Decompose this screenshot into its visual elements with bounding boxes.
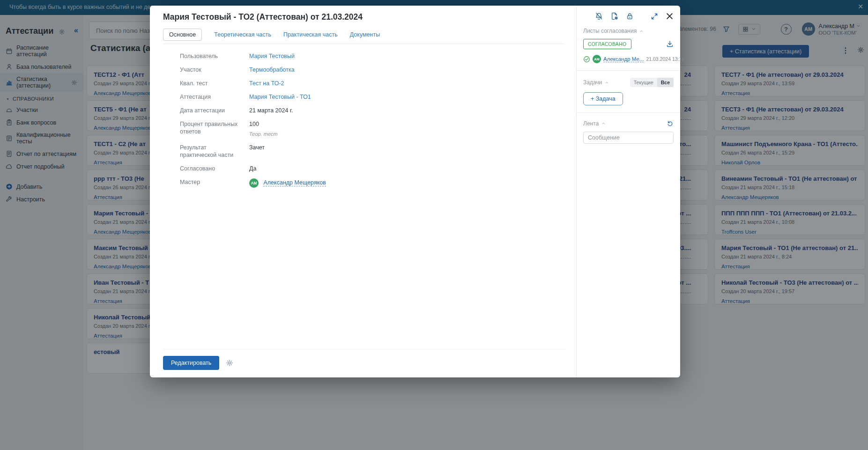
chevron-up-icon — [601, 121, 606, 125]
modal-header-icons — [583, 12, 674, 20]
modal-title: Мария Тестовый - ТО2 (Аттестован) от 21.… — [163, 12, 565, 22]
attestation-detail-modal: Мария Тестовый - ТО2 (Аттестован) от 21.… — [150, 6, 680, 377]
close-icon[interactable] — [666, 12, 674, 20]
approval-status-row: СОГЛАСОВАНО — [583, 39, 674, 49]
edit-button[interactable]: Редактировать — [163, 356, 219, 370]
divider — [577, 70, 680, 71]
chevron-up-icon — [639, 29, 644, 33]
modal-fields: Пользователь Мария Тестовый Участок Терм… — [163, 44, 565, 349]
tasks-filter-current[interactable]: Текущие — [630, 78, 657, 87]
field-practical-result: Результат практической части Зачет — [180, 144, 565, 159]
modal-tabs: Основное Теоретическая часть Практическа… — [163, 29, 565, 44]
feed-header[interactable]: Лента — [583, 120, 674, 127]
modal-main: Мария Тестовый - ТО2 (Аттестован) от 21.… — [150, 6, 576, 377]
approver-link[interactable]: Александр Ме... — [603, 56, 644, 62]
tab-main[interactable]: Основное — [163, 29, 202, 41]
approver-row: AM Александр Ме... 21.03.2024 13:16 — [583, 55, 674, 63]
field-attestation: Аттестация Мария Тестовый - ТО1 — [180, 93, 565, 101]
tasks-header[interactable]: Задачи Текущие Все — [583, 78, 674, 87]
refresh-icon[interactable] — [667, 120, 674, 127]
tasks-filter-all[interactable]: Все — [657, 78, 674, 87]
approval-sheets-header[interactable]: Листы согласования — [583, 28, 674, 34]
message-input[interactable] — [583, 132, 674, 144]
qual-test-link[interactable]: Тест на ТО-2 — [249, 80, 284, 87]
tasks-filter-toggle: Текущие Все — [630, 78, 674, 87]
field-section: Участок Термообработка — [180, 66, 565, 74]
tab-documents[interactable]: Документы — [350, 31, 380, 38]
avatar: AM — [249, 178, 259, 188]
avatar: AM — [593, 55, 601, 63]
field-user: Пользователь Мария Тестовый — [180, 52, 565, 60]
tab-theoretical[interactable]: Теоретическая часть — [214, 31, 271, 38]
field-percent: Процент правильных ответов 100 Теор. тес… — [180, 120, 565, 138]
add-task-button[interactable]: + Задача — [583, 92, 623, 105]
attestation-link[interactable]: Мария Тестовый - ТО1 — [249, 93, 311, 101]
document-settings-icon[interactable] — [610, 12, 618, 20]
modal-side-panel: Листы согласования СОГЛАСОВАНО AM Алекса… — [576, 6, 680, 377]
field-qual-test: Квал. тест Тест на ТО-2 — [180, 80, 565, 87]
user-link[interactable]: Мария Тестовый — [249, 52, 295, 60]
gear-icon[interactable] — [226, 359, 233, 367]
status-badge: СОГЛАСОВАНО — [583, 39, 631, 49]
percent-note: Теор. тест — [249, 130, 278, 138]
download-icon[interactable] — [666, 40, 674, 48]
section-link[interactable]: Термообработка — [249, 66, 295, 74]
field-approved: Согласовано Да — [180, 165, 565, 172]
field-master: Мастер AM Александр Мещеряков — [180, 178, 565, 188]
check-circle-icon — [583, 56, 590, 63]
lock-icon[interactable] — [626, 12, 634, 20]
mute-notifications-icon[interactable] — [595, 12, 603, 20]
divider — [577, 112, 680, 113]
tab-practical[interactable]: Практическая часть — [283, 31, 338, 38]
expand-icon[interactable] — [651, 13, 658, 20]
chevron-up-icon — [605, 81, 609, 85]
field-date: Дата аттестации 21 марта 2024 г. — [180, 107, 565, 114]
modal-footer: Редактировать — [163, 349, 565, 370]
master-link[interactable]: Александр Мещеряков — [263, 179, 326, 186]
approval-timestamp: 21.03.2024 13:16 — [646, 56, 684, 62]
